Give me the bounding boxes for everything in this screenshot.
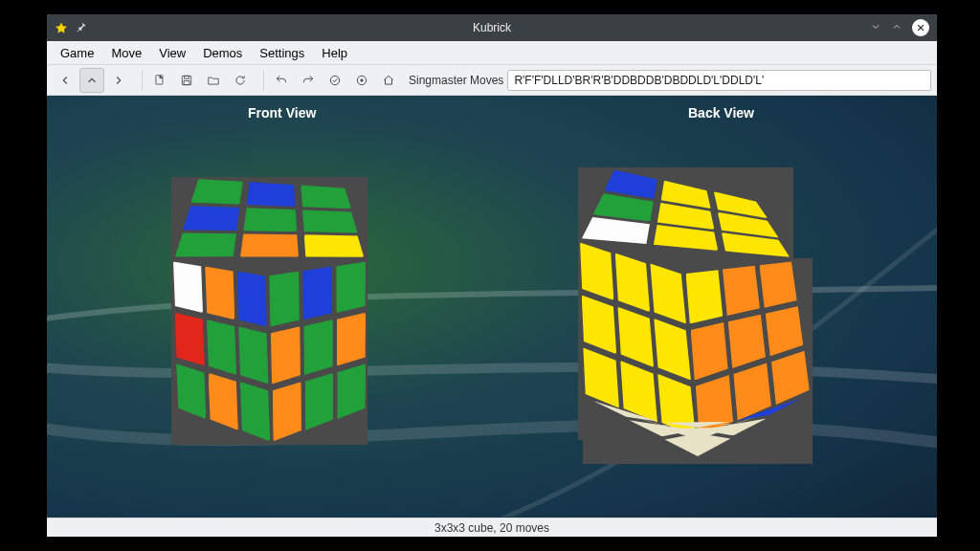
open-button[interactable] <box>201 68 226 93</box>
menu-game[interactable]: Game <box>53 43 101 63</box>
nav-back-button[interactable] <box>53 68 78 93</box>
back-view-label: Back View <box>688 105 754 121</box>
cube-facet[interactable] <box>173 261 203 313</box>
cube-facet[interactable] <box>207 320 236 375</box>
cube-front[interactable] <box>143 177 144 178</box>
cube-facet[interactable] <box>723 266 760 316</box>
svg-point-6 <box>361 78 363 80</box>
cube-facet[interactable] <box>271 326 301 384</box>
cube-facet[interactable] <box>269 272 300 327</box>
redo-button[interactable] <box>296 68 321 93</box>
nav-forward-button[interactable] <box>106 68 131 93</box>
restart-button[interactable] <box>228 68 253 93</box>
home-button[interactable] <box>376 68 401 93</box>
singmaster-input[interactable] <box>507 70 931 91</box>
status-bar: 3x3x3 cube, 20 moves <box>47 518 937 537</box>
cube-facet[interactable] <box>303 320 332 375</box>
cube-facet[interactable] <box>337 313 366 366</box>
menu-move[interactable]: Move <box>103 43 149 63</box>
singmaster-label: Singmaster Moves <box>409 74 503 87</box>
cube-facet[interactable] <box>302 266 332 320</box>
titlebar: Kubrick <box>47 14 937 41</box>
cube-facet[interactable] <box>175 313 205 366</box>
app-window: Kubrick Game Move View Demos Settings He… <box>47 14 937 537</box>
cube-facet[interactable] <box>302 209 358 232</box>
toolbar: Singmaster Moves <box>47 65 937 96</box>
window-controls <box>870 19 929 36</box>
pin-icon[interactable] <box>76 21 89 34</box>
menubar: Game Move View Demos Settings Help <box>47 41 937 65</box>
cube-facet[interactable] <box>760 261 797 307</box>
cube-facet[interactable] <box>238 326 268 384</box>
menu-demos[interactable]: Demos <box>195 43 250 63</box>
cube-facet[interactable] <box>237 272 267 327</box>
cube-back[interactable] <box>554 167 555 168</box>
hint-button[interactable] <box>323 68 347 93</box>
cube-facet[interactable] <box>183 206 239 231</box>
save-button[interactable] <box>174 68 199 93</box>
front-view-label: Front View <box>248 105 316 121</box>
cube-facet[interactable] <box>336 261 366 313</box>
cube-facet[interactable] <box>686 270 724 323</box>
svg-point-4 <box>330 76 339 84</box>
cube-facet[interactable] <box>247 182 296 207</box>
cube-facet[interactable] <box>205 266 234 320</box>
close-icon[interactable] <box>912 19 929 36</box>
cube-facet[interactable] <box>243 208 297 231</box>
solve-button[interactable] <box>349 68 374 93</box>
svg-rect-3 <box>184 80 189 84</box>
cube-facet[interactable] <box>304 234 365 256</box>
status-text: 3x3x3 cube, 20 moves <box>434 521 549 535</box>
minimize-icon[interactable] <box>870 21 881 35</box>
app-icon <box>55 21 68 34</box>
nav-up-button[interactable] <box>79 68 104 93</box>
cube-facet[interactable] <box>175 232 236 256</box>
cube-facet[interactable] <box>240 233 299 256</box>
menu-view[interactable]: View <box>151 43 193 63</box>
cube-facet[interactable] <box>190 179 242 204</box>
game-viewport[interactable]: Front View Back View <box>47 96 937 518</box>
maximize-icon[interactable] <box>891 21 902 35</box>
cube-facet[interactable] <box>301 185 351 209</box>
svg-rect-2 <box>185 76 189 78</box>
new-game-button[interactable] <box>147 68 172 93</box>
window-title: Kubrick <box>47 21 937 34</box>
menu-settings[interactable]: Settings <box>252 43 312 63</box>
undo-button[interactable] <box>269 68 294 93</box>
menu-help[interactable]: Help <box>314 43 355 63</box>
